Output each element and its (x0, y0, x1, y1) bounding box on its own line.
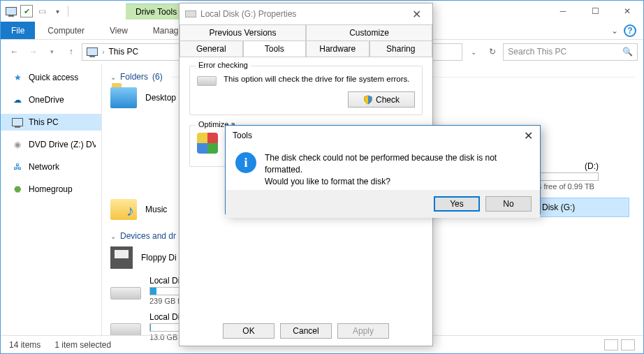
tab-customize[interactable]: Customize (306, 24, 432, 40)
tab-previous-versions[interactable]: Previous Versions (180, 24, 306, 40)
nav-up-button[interactable]: ↑ (63, 43, 79, 60)
star-icon: ★ (12, 72, 23, 83)
messagebox-line2: Would you like to format the disk? (265, 176, 530, 188)
tab-hardware[interactable]: Hardware (306, 40, 369, 57)
network-icon: 🖧 (12, 161, 23, 172)
close-button[interactable]: ✕ (524, 129, 533, 142)
messagebox-titlebar: Tools ✕ (226, 126, 540, 145)
no-button[interactable]: No (485, 196, 532, 212)
section-name: Folders (120, 72, 148, 82)
dialog-title: Local Disk (G:) Properties (200, 9, 296, 19)
section-count: (6) (152, 72, 163, 82)
maximize-button[interactable]: ☐ (579, 1, 611, 22)
sidebar-onedrive[interactable]: ☁ OneDrive (1, 91, 101, 108)
messagebox-line1: The disk check could not be performed be… (265, 152, 530, 176)
search-placeholder: Search This PC (508, 47, 566, 57)
music-note-icon: ♪ (126, 202, 134, 220)
chevron-down-icon: ⌄ (110, 233, 116, 240)
drive-icon (110, 323, 141, 336)
drive-icon (197, 76, 217, 86)
item-label: Desktop (145, 93, 176, 103)
shield-icon (363, 95, 373, 105)
sidebar-label: Homegroup (29, 184, 73, 194)
tab-general[interactable]: General (180, 40, 243, 57)
sidebar-label: Quick access (29, 73, 78, 82)
sidebar-homegroup[interactable]: ⬣ Homegroup (1, 181, 101, 198)
qat-dropdown-icon[interactable]: ▾ (51, 5, 64, 17)
separator (68, 6, 68, 17)
sidebar-label: OneDrive (29, 95, 64, 105)
item-label: Music (145, 205, 167, 214)
button-label: Check (376, 95, 400, 105)
ok-button[interactable]: OK (223, 323, 275, 339)
minimize-button[interactable]: ─ (547, 1, 579, 22)
sidebar-label: DVD Drive (Z:) DVD (29, 140, 96, 149)
view-tab[interactable]: View (97, 22, 140, 39)
quick-access-toolbar: ✔ ▭ ▾ (1, 5, 70, 17)
address-dropdown[interactable]: ⌄ (465, 43, 481, 60)
close-button[interactable]: ✕ (611, 1, 643, 22)
tab-tools[interactable]: Tools (243, 40, 307, 57)
messagebox-title: Tools (233, 131, 252, 140)
address-location: This PC (109, 47, 139, 57)
search-input[interactable]: Search This PC 🔍 (503, 43, 638, 61)
status-item-count: 14 items (9, 340, 41, 350)
cancel-button[interactable]: Cancel (280, 323, 332, 339)
group-title: Error checking (196, 61, 251, 69)
pc-icon (87, 47, 98, 56)
drive-tools-context-tab[interactable]: Drive Tools (126, 3, 186, 20)
tiles-view-button[interactable] (621, 339, 635, 351)
pc-icon (12, 117, 23, 128)
nav-history-dropdown[interactable]: ▾ (44, 43, 60, 60)
info-icon: i (235, 152, 256, 173)
tab-sharing[interactable]: Sharing (369, 40, 433, 57)
cloud-icon: ☁ (12, 94, 23, 105)
properties-tabstrip: Previous Versions Customize General Tool… (180, 24, 432, 57)
nav-forward-button[interactable]: → (25, 43, 41, 60)
homegroup-icon: ⬣ (12, 184, 23, 195)
sidebar-this-pc[interactable]: This PC (1, 114, 101, 131)
nav-back-button[interactable]: ← (6, 43, 22, 60)
messagebox-body: i The disk check could not be performed … (226, 145, 540, 190)
file-tab[interactable]: File (1, 22, 35, 39)
check-button[interactable]: Check (348, 91, 415, 108)
folder-icon: ♪ (110, 199, 137, 220)
sidebar-quick-access[interactable]: ★ Quick access (1, 69, 101, 86)
error-checking-group: Error checking This option will check th… (189, 66, 423, 115)
messagebox-footer: Yes No (226, 190, 540, 218)
close-button[interactable]: ✕ (407, 8, 427, 21)
drive-icon (185, 10, 196, 17)
search-icon: 🔍 (622, 47, 633, 57)
chevron-right-icon: › (102, 48, 104, 56)
apply-button[interactable]: Apply (337, 323, 389, 339)
group-description: This option will check the drive for fil… (224, 73, 415, 84)
pc-icon (5, 5, 17, 17)
sidebar-label: This PC (29, 117, 59, 127)
properties-titlebar: Local Disk (G:) Properties ✕ (180, 3, 432, 24)
folder-icon (110, 87, 137, 108)
details-view-button[interactable] (604, 339, 618, 351)
yes-button[interactable]: Yes (434, 196, 480, 212)
computer-tab[interactable]: Computer (35, 22, 97, 39)
window-buttons: ─ ☐ ✕ (547, 1, 643, 22)
section-name: Devices and drives (120, 231, 176, 241)
disc-icon: ◉ (12, 139, 23, 150)
status-selected: 1 item selected (54, 340, 111, 350)
sidebar-dvd-drive[interactable]: ◉ DVD Drive (Z:) DVD (1, 136, 101, 153)
messagebox-text: The disk check could not be performed be… (265, 152, 530, 187)
sidebar-label: Network (29, 162, 59, 172)
tools-messagebox: Tools ✕ i The disk check could not be pe… (225, 125, 541, 214)
item-label: Floppy Disk Drive (A:) (141, 253, 176, 263)
chevron-down-icon: ⌄ (110, 73, 116, 81)
checkbox-icon[interactable]: ✔ (20, 5, 33, 17)
properties-footer: OK Cancel Apply (180, 323, 432, 339)
drive-icon (110, 287, 141, 300)
properties-icon[interactable]: ▭ (36, 5, 48, 17)
floppy-icon (110, 246, 133, 269)
ribbon-expand-icon[interactable]: ⌄ (611, 26, 618, 36)
refresh-button[interactable]: ↻ (484, 43, 500, 60)
sidebar-network[interactable]: 🖧 Network (1, 158, 101, 175)
nav-pane: ★ Quick access ☁ OneDrive This PC ◉ DVD … (1, 64, 102, 335)
help-icon[interactable]: ? (624, 24, 636, 37)
defrag-icon (197, 133, 218, 154)
